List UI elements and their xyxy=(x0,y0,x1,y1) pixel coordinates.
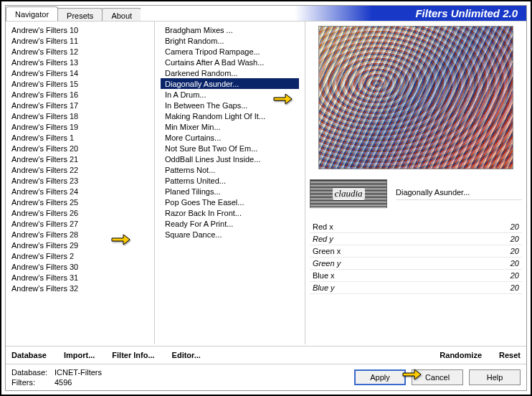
category-item[interactable]: Andrew's Filters 18 xyxy=(7,110,153,121)
filter-item[interactable]: Planed Tilings... xyxy=(161,186,299,197)
category-item[interactable]: Andrew's Filters 21 xyxy=(7,154,153,164)
category-item[interactable]: Andrew's Filters 22 xyxy=(7,164,153,175)
category-item[interactable]: Andrew's Filters 19 xyxy=(7,121,153,132)
category-item[interactable]: Andrew's Filters 27 xyxy=(7,218,153,229)
filter-item[interactable]: In A Drum... xyxy=(161,89,299,100)
filter-item[interactable]: Razor Back In Front... xyxy=(161,207,299,218)
filter-item[interactable]: Patterns Not... xyxy=(161,164,299,175)
category-item[interactable]: Andrew's Filters 20 xyxy=(7,143,153,154)
category-item[interactable]: Andrew's Filters 2 xyxy=(7,250,153,261)
category-item[interactable]: Andrew's Filters 13 xyxy=(7,57,153,67)
category-item[interactable]: Andrew's Filters 30 xyxy=(7,261,153,272)
category-item[interactable]: Andrew's Filters 28 xyxy=(7,229,153,240)
filter-item[interactable]: Curtains After A Bad Wash... xyxy=(161,57,299,67)
category-item[interactable]: Andrew's Filters 23 xyxy=(7,175,153,186)
category-item[interactable]: Andrew's Filters 10 xyxy=(7,24,153,35)
filter-item[interactable]: Patterns United... xyxy=(161,175,299,186)
category-list[interactable]: Andrew's Filters 10Andrew's Filters 11An… xyxy=(6,22,155,344)
category-item[interactable]: Andrew's Filters 24 xyxy=(7,186,153,197)
current-filter-name: Diagonally Asunder... xyxy=(396,188,522,200)
filter-item[interactable]: Making Random Light Of It... xyxy=(161,110,299,121)
category-item[interactable]: Andrew's Filters 14 xyxy=(7,67,153,78)
param-row[interactable]: Red x20 xyxy=(310,221,522,233)
filter-info-button[interactable]: Filter Info... xyxy=(112,351,154,359)
preview-image xyxy=(318,26,513,169)
filter-item[interactable]: Pop Goes The Easel... xyxy=(161,197,299,207)
filter-item[interactable]: OddBall Lines Just Inside... xyxy=(161,154,299,164)
tab-navigator[interactable]: Navigator xyxy=(6,6,58,21)
toolbar: Database Import... Filter Info... Editor… xyxy=(6,346,526,364)
tabs: NavigatorPresetsAbout xyxy=(6,6,141,21)
watermark-logo: claudia xyxy=(310,179,387,208)
app-title: Filters Unlimited 2.0 xyxy=(141,6,526,21)
filter-item[interactable]: Bradgham Mixes ... xyxy=(161,24,299,35)
cancel-button[interactable]: Cancel xyxy=(412,369,463,385)
category-item[interactable]: Andrew's Filters 11 xyxy=(7,35,153,46)
category-item[interactable]: Andrew's Filters 26 xyxy=(7,207,153,218)
filter-item[interactable]: Camera Tripod Rampage... xyxy=(161,46,299,57)
category-item[interactable]: Andrew's Filters 32 xyxy=(7,283,153,293)
filter-item[interactable]: Square Dance... xyxy=(161,229,299,240)
category-item[interactable]: Andrew's Filters 16 xyxy=(7,89,153,100)
category-item[interactable]: Andrew's Filters 17 xyxy=(7,100,153,110)
tab-presets[interactable]: Presets xyxy=(57,8,103,21)
category-item[interactable]: Andrew's Filters 25 xyxy=(7,197,153,207)
param-row[interactable]: Blue y20 xyxy=(310,282,522,294)
editor-button[interactable]: Editor... xyxy=(172,351,201,359)
category-item[interactable]: Andrew's Filters 31 xyxy=(7,272,153,283)
param-row[interactable]: Green x20 xyxy=(310,245,522,258)
filter-list[interactable]: Bradgham Mixes ...Bright Random...Camera… xyxy=(155,22,305,344)
category-item[interactable]: Andrew's Filters 1 xyxy=(7,132,153,143)
filter-item[interactable]: More Curtains... xyxy=(161,132,299,143)
randomize-button[interactable]: Randomize xyxy=(440,351,482,359)
category-item[interactable]: Andrew's Filters 29 xyxy=(7,240,153,250)
tab-about[interactable]: About xyxy=(102,8,141,21)
footer-info: Database:ICNET-Filters Filters:4596 xyxy=(11,367,102,387)
filter-item[interactable]: Ready For A Print... xyxy=(161,218,299,229)
category-item[interactable]: Andrew's Filters 12 xyxy=(7,46,153,57)
filter-item[interactable]: Min Mixer Min... xyxy=(161,121,299,132)
database-button[interactable]: Database xyxy=(11,351,47,359)
filter-item[interactable]: In Between The Gaps... xyxy=(161,100,299,110)
parameter-list: Red x20Red y20Green x20Green y20Blue x20… xyxy=(310,221,522,294)
param-row[interactable]: Red y20 xyxy=(310,233,522,245)
param-row[interactable]: Green y20 xyxy=(310,258,522,270)
help-button[interactable]: Help xyxy=(469,369,521,385)
filter-item[interactable]: Darkened Random... xyxy=(161,67,299,78)
category-item[interactable]: Andrew's Filters 15 xyxy=(7,78,153,89)
apply-button[interactable]: Apply xyxy=(354,369,406,385)
filter-item[interactable]: Bright Random... xyxy=(161,35,299,46)
filter-item[interactable]: Diagonally Asunder... xyxy=(161,78,299,89)
import-button[interactable]: Import... xyxy=(64,351,95,359)
reset-button[interactable]: Reset xyxy=(499,351,521,359)
filter-item[interactable]: Not Sure But Two Of Em... xyxy=(161,143,299,154)
param-row[interactable]: Blue x20 xyxy=(310,270,522,282)
